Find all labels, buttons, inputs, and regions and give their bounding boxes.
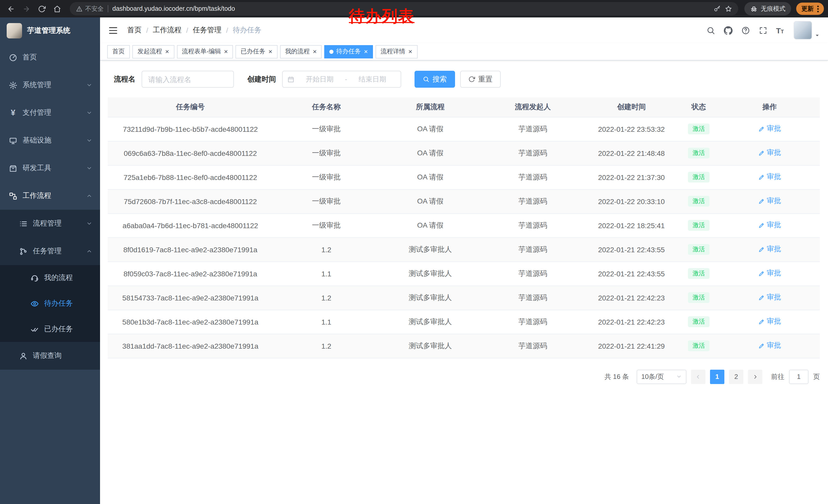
- cell-task-id: 580e1b3d-7ac8-11ec-a9e2-a2380e71991a: [108, 310, 273, 334]
- table-row: 725a1eb6-7b88-11ec-8ef0-acde48001122 一级审…: [108, 165, 820, 189]
- sidebar-item-task-management[interactable]: 任务管理: [0, 237, 100, 265]
- reset-button[interactable]: 重置: [460, 71, 501, 88]
- sidebar-collapse-icon[interactable]: [108, 26, 118, 35]
- page-size-select[interactable]: 10条/页: [637, 369, 687, 384]
- menu-label: 系统管理: [23, 81, 51, 90]
- user-menu[interactable]: [794, 21, 820, 40]
- sidebar-item-workflow[interactable]: 工作流程: [0, 182, 100, 210]
- close-icon[interactable]: ×: [364, 48, 368, 55]
- breadcrumb-separator: /: [226, 26, 228, 34]
- search-button[interactable]: 搜索: [415, 71, 455, 88]
- sidebar-item-todo-tasks[interactable]: 待办任务: [0, 291, 100, 316]
- cell-initiator: 芋道源码: [481, 213, 585, 237]
- sidebar-item-infrastructure[interactable]: 基础设施: [0, 127, 100, 154]
- breadcrumb-workflow[interactable]: 工作流程: [153, 26, 181, 35]
- approve-link[interactable]: 审批: [758, 317, 781, 326]
- approve-link[interactable]: 审批: [758, 148, 781, 158]
- approve-link[interactable]: 审批: [758, 293, 781, 302]
- column-header-actions: 操作: [719, 97, 820, 117]
- close-icon[interactable]: ×: [313, 48, 317, 55]
- breadcrumb-task-management[interactable]: 任务管理: [193, 26, 222, 35]
- browser-back-button[interactable]: [4, 2, 17, 15]
- prev-page-button[interactable]: [691, 369, 705, 384]
- column-header-create-time: 创建时间: [585, 97, 678, 117]
- tab-process-form-edit[interactable]: 流程表单-编辑×: [177, 45, 233, 58]
- menu-label: 基础设施: [23, 136, 51, 145]
- cell-task-name: 一级审批: [273, 165, 380, 189]
- cell-process: 测试多审批人: [380, 310, 481, 334]
- github-icon[interactable]: [723, 26, 732, 35]
- status-badge: 激活: [688, 196, 709, 207]
- cell-create-time: 2022-01-21 22:43:55: [585, 262, 678, 286]
- close-icon[interactable]: ×: [408, 48, 412, 55]
- approve-link[interactable]: 审批: [758, 269, 781, 278]
- browser-home-button[interactable]: [50, 2, 64, 15]
- browser-menu-icon[interactable]: [817, 5, 819, 12]
- next-page-button[interactable]: [748, 369, 762, 384]
- close-icon[interactable]: ×: [268, 48, 272, 55]
- cell-task-name: 1.1: [273, 262, 380, 286]
- sidebar-item-system-management[interactable]: 系统管理: [0, 71, 100, 99]
- approve-link[interactable]: 审批: [758, 124, 781, 134]
- close-icon[interactable]: ×: [224, 48, 228, 55]
- tab-done-tasks[interactable]: 已办任务×: [236, 45, 277, 58]
- help-icon[interactable]: [741, 26, 750, 35]
- cell-actions: 审批: [719, 165, 820, 189]
- chevron-down-icon: [86, 221, 92, 227]
- approve-link[interactable]: 审批: [758, 341, 781, 351]
- goto-page-input[interactable]: [789, 369, 809, 384]
- approve-link[interactable]: 审批: [758, 221, 781, 230]
- bookmark-star-icon[interactable]: [725, 5, 732, 12]
- sidebar-item-leave-query[interactable]: 请假查询: [0, 342, 100, 370]
- page-2-button[interactable]: 2: [729, 369, 743, 384]
- breadcrumb-home[interactable]: 首页: [127, 26, 141, 35]
- chevron-down-icon: [86, 82, 92, 88]
- sidebar-menu: 首页 系统管理 ¥ 支付管理 基础设施: [0, 44, 100, 370]
- tab-todo-tasks[interactable]: 待办任务×: [325, 45, 373, 58]
- cell-task-name: 一级审批: [273, 141, 380, 165]
- app-logo[interactable]: 芋道管理系统: [0, 17, 100, 44]
- approve-link[interactable]: 审批: [758, 197, 781, 206]
- eye-icon: [30, 299, 39, 308]
- page-1-button[interactable]: 1: [710, 369, 724, 384]
- incognito-badge: 无痕模式: [744, 2, 791, 15]
- tab-initiate-process[interactable]: 发起流程×: [132, 45, 174, 58]
- browser-forward-button[interactable]: [19, 2, 33, 15]
- annotation-overlay: 待办列表: [349, 6, 415, 27]
- start-date-input[interactable]: [296, 75, 343, 83]
- chevron-down-icon: [86, 165, 92, 171]
- font-size-icon[interactable]: TT: [776, 26, 784, 35]
- incognito-label: 无痕模式: [761, 4, 785, 13]
- breadcrumb-current: 待办任务: [233, 26, 261, 35]
- browser-refresh-button[interactable]: [35, 2, 48, 15]
- sidebar-item-process-management[interactable]: 流程管理: [0, 210, 100, 237]
- approve-link[interactable]: 审批: [758, 245, 781, 254]
- cell-status: 激活: [678, 117, 719, 141]
- approve-link[interactable]: 审批: [758, 173, 781, 182]
- status-badge: 激活: [688, 220, 709, 231]
- key-icon[interactable]: [714, 5, 721, 12]
- end-date-input[interactable]: [348, 75, 396, 83]
- date-range-picker[interactable]: -: [282, 71, 401, 88]
- menu-label: 支付管理: [23, 108, 51, 118]
- todo-task-table: 任务编号 任务名称 所属流程 流程发起人 创建时间 状态 操作: [108, 97, 820, 358]
- avatar[interactable]: [794, 21, 812, 40]
- security-status[interactable]: 不安全: [76, 4, 104, 13]
- sidebar-item-payment-management[interactable]: ¥ 支付管理: [0, 99, 100, 127]
- sidebar-item-my-processes[interactable]: 我的流程: [0, 265, 100, 291]
- sidebar-item-home[interactable]: 首页: [0, 44, 100, 71]
- tab-home[interactable]: 首页: [107, 45, 130, 58]
- process-name-input[interactable]: [141, 71, 234, 88]
- browser-update-button[interactable]: 更新: [796, 3, 824, 15]
- search-icon[interactable]: [706, 26, 715, 35]
- fullscreen-icon[interactable]: [758, 26, 767, 35]
- tab-process-detail[interactable]: 流程详情×: [376, 45, 417, 58]
- sidebar-item-done-tasks[interactable]: 已办任务: [0, 316, 100, 342]
- close-icon[interactable]: ×: [165, 48, 169, 55]
- font-large-glyph: T: [776, 26, 781, 35]
- tab-my-processes[interactable]: 我的流程×: [280, 45, 322, 58]
- gauge-icon: [9, 53, 17, 62]
- cell-status: 激活: [678, 141, 719, 165]
- cell-actions: 审批: [719, 334, 820, 358]
- sidebar-item-dev-tools[interactable]: 研发工具: [0, 154, 100, 182]
